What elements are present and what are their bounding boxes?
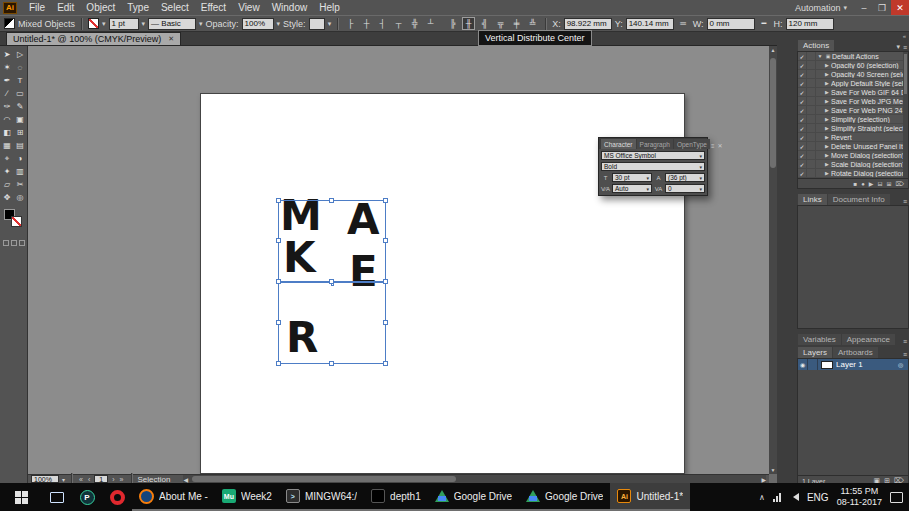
shape-builder-tool[interactable]: ◧ xyxy=(1,126,14,139)
dialog-toggle-box[interactable] xyxy=(807,70,816,79)
eyedropper-tool[interactable]: ⌖ xyxy=(1,152,14,165)
first-artboard-button[interactable]: « xyxy=(78,476,84,483)
distribute-horizontal-left-button[interactable]: ╦ xyxy=(494,17,507,30)
caret-down-icon[interactable]: ▾ xyxy=(277,20,281,28)
selection-handle[interactable] xyxy=(383,198,388,203)
free-transform-tool[interactable]: ▣ xyxy=(14,113,27,126)
type-tool[interactable]: T xyxy=(14,74,27,87)
dialog-toggle-box[interactable] xyxy=(807,169,816,178)
scroll-down-icon[interactable]: ▼ xyxy=(769,466,777,474)
canvas[interactable]: M A K E R xyxy=(28,46,769,474)
action-row[interactable]: ✓ ▶ Save For Web JPG Medium xyxy=(798,97,908,106)
align-horizontal-left-button[interactable]: ├ xyxy=(344,17,357,30)
height-field[interactable]: 120 mm xyxy=(786,18,834,30)
dialog-toggle-box[interactable] xyxy=(807,142,816,151)
taskbar-pinned-app-button[interactable] xyxy=(102,483,132,511)
artboard-number-field[interactable]: 1 xyxy=(94,475,108,483)
symbol-sprayer-tool[interactable]: ✦ xyxy=(1,165,14,178)
show-hidden-icons-button[interactable]: ∧ xyxy=(759,493,765,502)
stroke-swatch[interactable] xyxy=(11,216,22,227)
toggle-item-on-icon[interactable]: ✓ xyxy=(798,79,807,88)
horizontal-scrollbar[interactable]: ◀ ▶ xyxy=(183,475,766,483)
dialog-toggle-box[interactable] xyxy=(807,52,816,61)
draw-normal-button[interactable] xyxy=(3,240,9,246)
taskbar-app-google-drive-2[interactable]: Google Drive xyxy=(519,483,610,511)
line-segment-tool[interactable]: ∕ xyxy=(1,87,14,100)
distribute-vertical-center-button[interactable]: ╫ xyxy=(462,17,475,30)
new-set-icon[interactable]: ⊟ xyxy=(877,180,882,187)
toggle-item-on-icon[interactable]: ✓ xyxy=(798,106,807,115)
selection-handle[interactable] xyxy=(383,238,388,243)
layer-row[interactable]: ◉ Layer 1 ◎ xyxy=(798,359,908,370)
menu-file[interactable]: File xyxy=(23,2,51,13)
expand-row-icon[interactable]: ▶ xyxy=(823,89,831,95)
expand-row-icon[interactable]: ▶ xyxy=(823,107,831,113)
minimize-button[interactable]: – xyxy=(855,0,873,15)
menu-help[interactable]: Help xyxy=(313,2,346,13)
dialog-toggle-box[interactable] xyxy=(807,61,816,70)
taskbar-app-mu-editor[interactable]: Mu Week2 xyxy=(215,483,279,511)
action-row[interactable]: ✓ ▶ Simplify (selection) xyxy=(798,115,908,124)
toggle-item-on-icon[interactable]: ✓ xyxy=(798,133,807,142)
toggle-item-on-icon[interactable]: ✓ xyxy=(798,70,807,79)
expand-row-icon[interactable]: ▶ xyxy=(823,116,831,122)
caret-down-icon[interactable]: ▾ xyxy=(199,20,203,28)
caret-down-icon[interactable]: ▾ xyxy=(62,476,65,483)
action-row[interactable]: ✓ ▶ Move Dialog (selection) xyxy=(798,151,908,160)
action-set-row[interactable]: ✓ ▼ ▣ Default Actions xyxy=(798,52,908,61)
play-action-icon[interactable]: ▶ xyxy=(869,180,874,187)
tab-variables[interactable]: Variables xyxy=(798,334,841,345)
actions-scroll-thumb[interactable] xyxy=(904,54,907,94)
direct-selection-tool[interactable]: ▷ xyxy=(14,48,27,61)
selection-handle[interactable] xyxy=(276,238,281,243)
tab-appearance[interactable]: Appearance xyxy=(842,334,895,345)
align-vertical-bottom-button[interactable]: ┴ xyxy=(424,17,437,30)
action-row[interactable]: ✓ ▶ Apply Default Style (selection) xyxy=(798,79,908,88)
taskbar-pinned-app-button[interactable]: P xyxy=(72,483,102,511)
toggle-item-on-icon[interactable]: ✓ xyxy=(798,142,807,151)
action-row[interactable]: ✓ ▶ Opacity 40 Screen (selection) xyxy=(798,70,908,79)
dialog-toggle-box[interactable] xyxy=(807,106,816,115)
column-graph-tool[interactable]: ▥ xyxy=(14,165,27,178)
taskbar-app-mingw-terminal[interactable]: > MINGW64:/ xyxy=(279,483,364,511)
restore-button[interactable]: ❐ xyxy=(873,0,891,15)
selection-handle[interactable] xyxy=(383,361,388,366)
taskbar-app-google-drive-1[interactable]: Google Drive xyxy=(428,483,519,511)
network-icon[interactable] xyxy=(773,493,781,502)
stroke-color-swatch[interactable] xyxy=(88,18,99,29)
selection-handle[interactable] xyxy=(276,279,281,284)
menu-select[interactable]: Select xyxy=(155,2,195,13)
clock[interactable]: 11:55 PM 08-11-2017 xyxy=(837,486,882,509)
constrain-proportions-button[interactable]: ━ xyxy=(758,17,771,30)
style-select[interactable] xyxy=(309,18,325,30)
action-row[interactable]: ✓ ▶ Delete Unused Panel Items xyxy=(798,142,908,151)
leading-field[interactable]: (36 pt) ▾ xyxy=(665,173,705,182)
menu-object[interactable]: Object xyxy=(80,2,121,13)
selection-handle[interactable] xyxy=(329,198,334,203)
perspective-grid-tool[interactable]: ⊞ xyxy=(14,126,27,139)
action-row[interactable]: ✓ ▶ Save For Web GIF 64 Dithered xyxy=(798,88,908,97)
dialog-toggle-box[interactable] xyxy=(807,115,816,124)
rectangle-tool[interactable]: ▭ xyxy=(14,87,27,100)
record-icon[interactable]: ● xyxy=(861,181,865,187)
expand-row-icon[interactable]: ▶ xyxy=(823,161,831,167)
taskbar-app-firefox[interactable]: About Me - xyxy=(132,483,215,511)
tab-document-info[interactable]: Document Info xyxy=(828,194,890,205)
collapse-row-icon[interactable]: ▼ xyxy=(816,53,824,59)
x-position-field[interactable]: 98.922 mm xyxy=(564,18,612,30)
expand-row-icon[interactable]: ▶ xyxy=(823,71,831,77)
tab-layers[interactable]: Layers xyxy=(798,347,832,358)
pen-tool[interactable]: ✒ xyxy=(1,74,14,87)
caret-down-icon[interactable]: ▾ xyxy=(142,20,146,28)
width-tool[interactable]: ◠ xyxy=(1,113,14,126)
toggle-item-on-icon[interactable]: ✓ xyxy=(798,169,807,178)
tab-actions[interactable]: Actions xyxy=(798,40,834,51)
action-row[interactable]: ✓ ▶ Rotate Dialog (selection) xyxy=(798,169,908,178)
action-center-icon[interactable] xyxy=(890,492,903,503)
blend-tool[interactable]: ◑ xyxy=(14,152,27,165)
selection-handle[interactable] xyxy=(276,320,281,325)
pencil-tool[interactable]: ✎ xyxy=(14,100,27,113)
previous-artboard-button[interactable]: ‹ xyxy=(87,476,91,483)
collapse-dock-button[interactable]: « xyxy=(903,33,906,39)
new-action-icon[interactable]: ⊞ xyxy=(886,180,891,187)
